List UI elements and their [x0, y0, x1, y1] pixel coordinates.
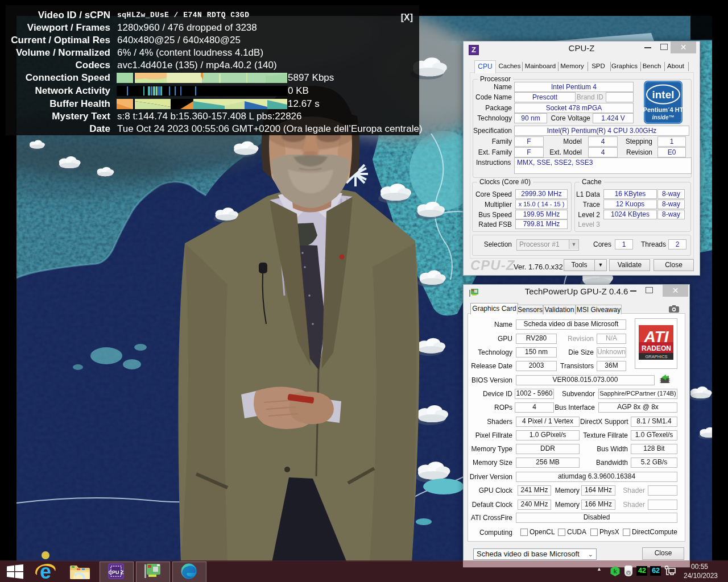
svg-text:RADEON: RADEON	[642, 344, 671, 352]
svg-text:Pentium´4 HT: Pentium´4 HT	[643, 106, 683, 113]
svg-text:intel: intel	[652, 89, 674, 101]
svg-text:GRAPHICS: GRAPHICS	[645, 354, 667, 359]
svg-text:k: k	[613, 568, 617, 575]
svg-text:CPU Z: CPU Z	[109, 569, 125, 575]
svg-text:inside™: inside™	[652, 114, 675, 120]
svg-text:x: x	[627, 571, 630, 576]
svg-text:ATI: ATI	[643, 328, 669, 346]
